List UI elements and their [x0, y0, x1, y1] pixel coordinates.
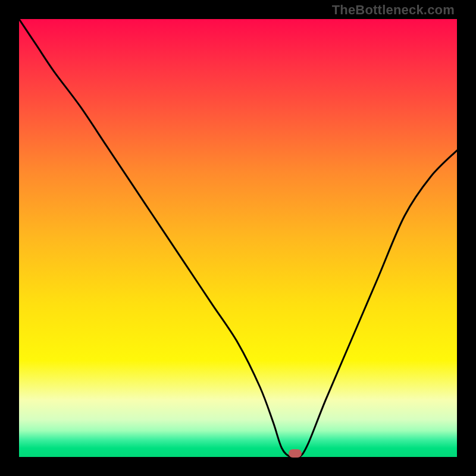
- chart-frame: TheBottleneck.com: [0, 0, 476, 476]
- watermark-text: TheBottleneck.com: [332, 2, 455, 18]
- optimal-point-marker: [289, 449, 302, 458]
- chart-plot-area: [19, 19, 457, 457]
- bottleneck-curve: [19, 19, 457, 457]
- chart-curve-svg: [19, 19, 457, 457]
